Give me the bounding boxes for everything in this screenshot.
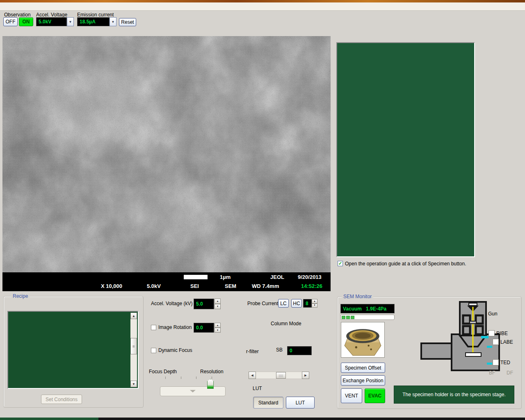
- observation-off-button[interactable]: OFF: [3, 17, 18, 26]
- bf-label: BF: [489, 370, 495, 376]
- ribe-checkbox[interactable]: [488, 330, 495, 336]
- set-conditions-button[interactable]: Set Conditions: [41, 395, 82, 404]
- emission-current-dropdown-icon[interactable]: ▼: [110, 17, 116, 26]
- mode-label: SEM: [225, 283, 236, 289]
- accel-kv-label: Accel. Voltage (kV): [151, 301, 192, 306]
- magnification-label: X 10,000: [101, 283, 122, 289]
- vent-button[interactable]: VENT: [341, 388, 362, 403]
- date-label: 9/20/2013: [298, 274, 322, 280]
- scale-label: 1µm: [220, 274, 231, 280]
- reset-button[interactable]: Reset: [119, 18, 136, 26]
- focus-depth-ticks: [165, 377, 212, 379]
- observation-label: Observation: [4, 12, 31, 18]
- guide-checkbox[interactable]: ✓: [338, 261, 343, 266]
- vacuum-value: 1.9E-4Pa: [366, 306, 386, 312]
- column-mode-label: Column Mode: [271, 321, 301, 326]
- exchange-position-button[interactable]: Exchange Position: [341, 375, 385, 386]
- observation-on-button[interactable]: ON: [19, 17, 33, 26]
- resolution-label: Resolution: [200, 369, 224, 374]
- vacuum-progress: [340, 315, 395, 320]
- ted-checkbox[interactable]: [493, 359, 499, 365]
- emission-current-label: Emission current: [77, 12, 114, 18]
- rfilter-left-icon[interactable]: ◄: [249, 372, 256, 379]
- vacuum-display: Vacuum 1.9E-4Pa: [340, 304, 395, 313]
- accel-kv-spinner[interactable]: ▲▼: [215, 299, 221, 309]
- guide-panel: [336, 42, 475, 257]
- focus-depth-label: Focus Depth: [149, 369, 177, 374]
- scroll-down-icon[interactable]: ▼: [130, 381, 137, 387]
- menu-bar: [0, 2, 525, 11]
- dynamic-focus-label: Dynamic Focus: [158, 347, 192, 353]
- stage-status-message: The specimen holder is on the specimen s…: [394, 386, 514, 404]
- rfilter-right-icon[interactable]: ►: [302, 372, 309, 379]
- window-bottom-edge: [0, 418, 525, 420]
- sem-monitor-title: SEM Monitor: [342, 294, 373, 299]
- accel-voltage-select[interactable]: 5.0kV: [36, 17, 67, 26]
- probe-current-label: Probe Current: [247, 301, 278, 306]
- wd-label: WD 7.4mm: [252, 283, 279, 289]
- image-rotation-label: Image Rotation: [158, 324, 192, 330]
- sem-control-window: Observation OFF ON Accel. Voltage 5.0kV …: [0, 0, 525, 420]
- image-data-bar: 1µm JEOL 9/20/2013 X 10,000 5.0kV SEI SE…: [2, 272, 331, 291]
- time-label: 14:52:26: [301, 283, 322, 289]
- rfilter-label: r-filter: [246, 349, 259, 354]
- specimen-offset-button[interactable]: Specimen Offset: [341, 363, 385, 373]
- image-rotation-spinner[interactable]: ▲▼: [215, 323, 221, 333]
- specimen-holder-photo: [341, 322, 385, 358]
- recipe-list[interactable]: ▲ ▼: [7, 311, 139, 389]
- accel-voltage-dropdown-icon[interactable]: ▼: [67, 17, 74, 26]
- rfilter-thumb[interactable]: [276, 372, 286, 379]
- focus-depth-thumb[interactable]: [207, 379, 214, 389]
- labe-checkbox[interactable]: [493, 339, 499, 345]
- evac-button[interactable]: EVAC: [365, 388, 385, 403]
- guide-checkbox-label: Open the operation guide at a click of S…: [345, 261, 466, 267]
- lut-label: LUT: [253, 386, 262, 391]
- sb-field: 0: [287, 346, 312, 355]
- df-label: DF: [507, 370, 513, 376]
- recipe-scrollbar[interactable]: ▲ ▼: [130, 313, 137, 387]
- probe-current-spinner[interactable]: ▲▼: [312, 299, 317, 308]
- accel-voltage-label: Accel. Voltage: [36, 12, 67, 18]
- image-rotation-checkbox[interactable]: [151, 325, 156, 330]
- recipe-title: Recipe: [11, 293, 30, 299]
- sb-label: SB: [276, 347, 283, 353]
- lut-button[interactable]: LUT: [286, 397, 315, 409]
- probe-current-field[interactable]: 8: [303, 299, 312, 308]
- scroll-thumb[interactable]: [130, 338, 137, 354]
- standard-button[interactable]: Standard: [253, 397, 283, 409]
- lc-button[interactable]: LC: [278, 299, 289, 308]
- accel-kv-slider[interactable]: [160, 386, 226, 396]
- vacuum-label: Vacuum: [343, 306, 362, 312]
- ted-label: TED: [500, 360, 510, 365]
- rfilter-scrollbar[interactable]: ◄ ►: [249, 372, 309, 379]
- gun-label: Gun: [488, 311, 498, 317]
- scale-bar: [184, 275, 208, 279]
- accel-kv-field[interactable]: 5.0: [194, 299, 214, 309]
- sem-image[interactable]: [2, 36, 331, 272]
- detector-label: SEI: [190, 283, 199, 289]
- brand-label: JEOL: [270, 274, 284, 280]
- emission-current-select[interactable]: 18.5µA: [77, 17, 110, 26]
- kv-label: 5.0kV: [147, 283, 161, 289]
- hc-button[interactable]: HC: [291, 299, 302, 308]
- rfilter-track[interactable]: [256, 372, 302, 379]
- ribe-label: RIBE: [496, 331, 508, 336]
- scroll-up-icon[interactable]: ▲: [130, 313, 137, 319]
- labe-label: LABE: [500, 339, 513, 345]
- image-rotation-field[interactable]: 0.0: [194, 323, 214, 333]
- dynamic-focus-checkbox[interactable]: [151, 348, 156, 353]
